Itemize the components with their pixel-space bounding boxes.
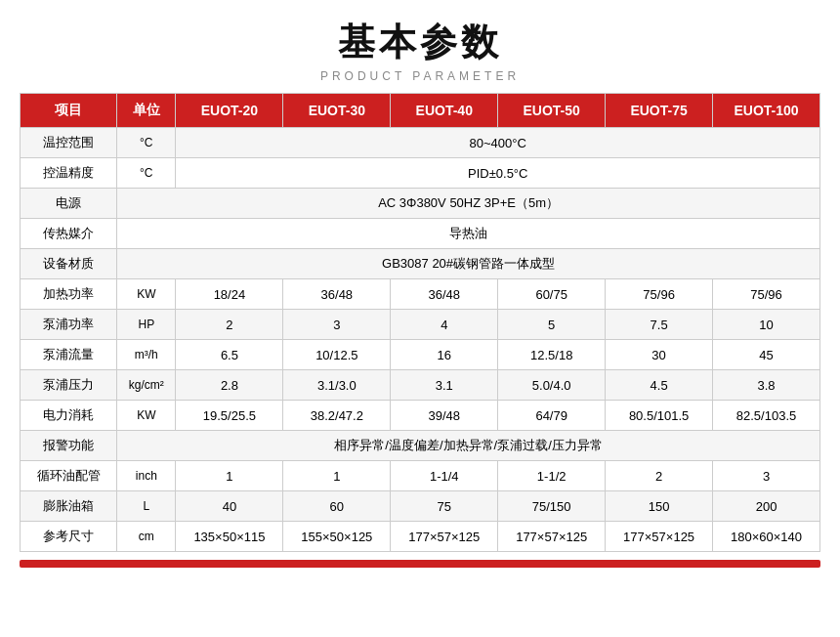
data-cell: 3 <box>283 310 391 340</box>
data-cell: 60/75 <box>498 279 606 310</box>
data-cell: 30 <box>606 340 713 370</box>
data-cell: 12.5/18 <box>498 340 606 370</box>
table-row: 泵浦功率HP23457.510 <box>21 310 820 340</box>
table-row: 泵浦流量m³/h6.510/12.51612.5/183045 <box>21 340 820 370</box>
table-row: 传热媒介导热油 <box>21 219 820 249</box>
data-cell: 82.5/103.5 <box>713 401 820 431</box>
row-label: 加热功率 <box>21 279 117 310</box>
data-cell: 4.5 <box>606 370 713 401</box>
table-row: 电源AC 3Φ380V 50HZ 3P+E（5m） <box>21 189 820 219</box>
unit-cell: inch <box>117 461 176 491</box>
data-cell: 1 <box>176 461 283 491</box>
data-cell: 180×60×140 <box>713 522 820 552</box>
row-label: 报警功能 <box>21 431 117 461</box>
table-row: 电力消耗KW19.5/25.538.2/47.239/4864/7980.5/1… <box>21 401 820 431</box>
table-row: 泵浦压力kg/cm²2.83.1/3.03.15.0/4.04.53.8 <box>21 370 820 401</box>
span-cell: AC 3Φ380V 50HZ 3P+E（5m） <box>117 189 820 219</box>
header-cell-euot100: EUOT-100 <box>713 94 820 128</box>
data-cell: 75/150 <box>498 491 606 522</box>
data-cell: 10 <box>713 310 820 340</box>
data-cell: 5 <box>498 310 606 340</box>
data-cell: 6.5 <box>176 340 283 370</box>
data-cell: 150 <box>606 491 713 522</box>
data-cell: 7.5 <box>606 310 713 340</box>
param-table: 项目单位EUOT-20EUOT-30EUOT-40EUOT-50EUOT-75E… <box>20 93 820 552</box>
header-cell-euot75: EUOT-75 <box>606 94 713 128</box>
table-row: 膨胀油箱L40607575/150150200 <box>21 491 820 522</box>
data-cell: 3.1 <box>391 370 498 401</box>
table-row: 参考尺寸cm135×50×115155×50×125177×57×125177×… <box>21 522 820 552</box>
table-header-row: 项目单位EUOT-20EUOT-30EUOT-40EUOT-50EUOT-75E… <box>21 94 820 128</box>
row-label: 循环油配管 <box>21 461 117 491</box>
table-row: 循环油配管inch111-1/41-1/223 <box>21 461 820 491</box>
data-cell: 38.2/47.2 <box>283 401 391 431</box>
data-cell: 2 <box>176 310 283 340</box>
span-cell: GB3087 20#碳钢管路一体成型 <box>117 249 820 279</box>
span-cell: 80~400°C <box>176 128 820 158</box>
row-label: 温控范围 <box>21 128 117 158</box>
data-cell: 1-1/4 <box>391 461 498 491</box>
unit-cell: °C <box>117 128 176 158</box>
data-cell: 155×50×125 <box>283 522 391 552</box>
data-cell: 16 <box>391 340 498 370</box>
page-wrapper: 基本参数 PRODUCT PARAMETER 项目单位EUOT-20EUOT-3… <box>0 0 840 577</box>
data-cell: 3 <box>713 461 820 491</box>
unit-cell: L <box>117 491 176 522</box>
span-cell: 导热油 <box>117 219 820 249</box>
header-cell-euot50: EUOT-50 <box>498 94 606 128</box>
title-section: 基本参数 PRODUCT PARAMETER <box>20 18 820 83</box>
span-cell: PID±0.5°C <box>176 158 820 189</box>
data-cell: 75/96 <box>713 279 820 310</box>
header-cell-euot30: EUOT-30 <box>283 94 391 128</box>
row-label: 电力消耗 <box>21 401 117 431</box>
table-row: 加热功率KW18/2436/4836/4860/7575/9675/96 <box>21 279 820 310</box>
data-cell: 18/24 <box>176 279 283 310</box>
data-cell: 177×57×125 <box>391 522 498 552</box>
data-cell: 75/96 <box>606 279 713 310</box>
row-label: 设备材质 <box>21 249 117 279</box>
data-cell: 200 <box>713 491 820 522</box>
data-cell: 3.8 <box>713 370 820 401</box>
data-cell: 1 <box>283 461 391 491</box>
data-cell: 19.5/25.5 <box>176 401 283 431</box>
data-cell: 39/48 <box>391 401 498 431</box>
unit-cell: cm <box>117 522 176 552</box>
data-cell: 40 <box>176 491 283 522</box>
row-label: 参考尺寸 <box>21 522 117 552</box>
data-cell: 36/48 <box>283 279 391 310</box>
row-label: 膨胀油箱 <box>21 491 117 522</box>
row-label: 传热媒介 <box>21 219 117 249</box>
row-label: 泵浦功率 <box>21 310 117 340</box>
span-cell: 相序异常/温度偏差/加热异常/泵浦过载/压力异常 <box>117 431 820 461</box>
sub-title: PRODUCT PARAMETER <box>20 69 820 83</box>
unit-cell: kg/cm² <box>117 370 176 401</box>
data-cell: 135×50×115 <box>176 522 283 552</box>
data-cell: 5.0/4.0 <box>498 370 606 401</box>
header-cell-euot20: EUOT-20 <box>176 94 283 128</box>
row-label: 控温精度 <box>21 158 117 189</box>
table-row: 报警功能相序异常/温度偏差/加热异常/泵浦过载/压力异常 <box>21 431 820 461</box>
data-cell: 80.5/101.5 <box>606 401 713 431</box>
data-cell: 177×57×125 <box>498 522 606 552</box>
data-cell: 36/48 <box>391 279 498 310</box>
row-label: 电源 <box>21 189 117 219</box>
data-cell: 60 <box>283 491 391 522</box>
bottom-bar <box>20 560 820 568</box>
data-cell: 75 <box>391 491 498 522</box>
unit-cell: KW <box>117 401 176 431</box>
data-cell: 64/79 <box>498 401 606 431</box>
unit-cell: m³/h <box>117 340 176 370</box>
table-row: 温控范围°C80~400°C <box>21 128 820 158</box>
unit-cell: KW <box>117 279 176 310</box>
table-row: 控温精度°CPID±0.5°C <box>21 158 820 189</box>
data-cell: 45 <box>713 340 820 370</box>
main-title: 基本参数 <box>20 18 820 67</box>
data-cell: 4 <box>391 310 498 340</box>
row-label: 泵浦流量 <box>21 340 117 370</box>
unit-cell: HP <box>117 310 176 340</box>
data-cell: 3.1/3.0 <box>283 370 391 401</box>
header-cell-item: 项目 <box>21 94 117 128</box>
data-cell: 177×57×125 <box>606 522 713 552</box>
row-label: 泵浦压力 <box>21 370 117 401</box>
header-cell-unit: 单位 <box>117 94 176 128</box>
